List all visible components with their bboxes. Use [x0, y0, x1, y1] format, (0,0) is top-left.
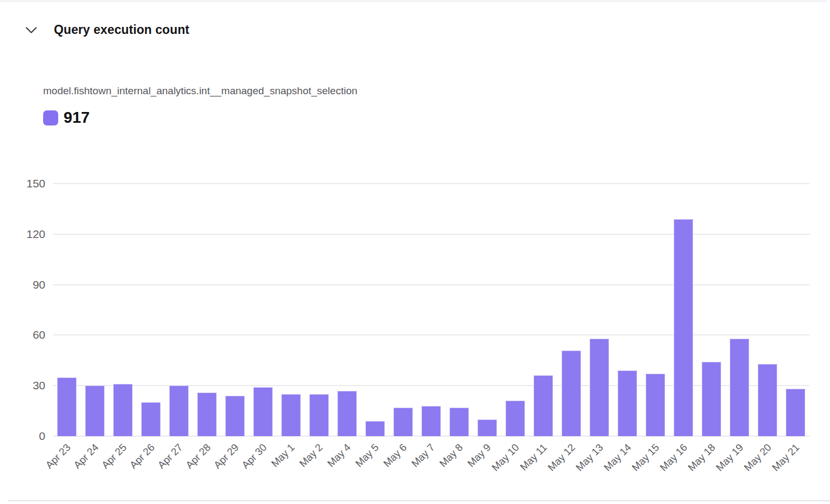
bar-apr-26[interactable] — [141, 402, 161, 436]
bar-may-7[interactable] — [421, 406, 441, 436]
bar-apr-27[interactable] — [169, 386, 189, 436]
bar-apr-24[interactable] — [85, 386, 105, 436]
x-axis-tick-label: Apr 24 — [71, 442, 101, 471]
bar-apr-30[interactable] — [253, 387, 273, 436]
bar-slot — [165, 184, 193, 436]
bar-may-9[interactable] — [478, 419, 497, 436]
x-axis-tick-label: May 10 — [489, 442, 522, 474]
x-axis-tick-label: May 2 — [297, 442, 325, 470]
x-axis-tick-label: May 12 — [545, 442, 578, 474]
bar-slot — [53, 184, 81, 436]
bar-may-13[interactable] — [590, 339, 609, 436]
x-axis-tick-label: Apr 27 — [155, 442, 185, 471]
bar-slot — [529, 184, 557, 436]
x-axis-tick-label: May 13 — [573, 442, 606, 474]
x-axis-tick-label: May 21 — [770, 442, 802, 474]
x-axis-tick-label: May 1 — [269, 442, 297, 470]
x-axis-tick-label: May 18 — [686, 442, 718, 474]
bar-slot — [417, 184, 445, 436]
bar-slot — [669, 184, 697, 436]
x-axis-tick-label: May 6 — [381, 442, 409, 470]
bar-may-18[interactable] — [702, 362, 721, 436]
x-axis-tick-label: May 15 — [630, 442, 662, 474]
y-axis-tick-label: 90 — [33, 278, 45, 291]
bar-slot — [697, 184, 725, 436]
x-axis-tick-label: Apr 29 — [211, 442, 241, 471]
bar-may-11[interactable] — [534, 375, 553, 436]
bar-slot — [361, 184, 389, 436]
bars-layer — [53, 184, 810, 436]
x-axis-tick-label: May 20 — [742, 442, 774, 474]
y-axis-tick-label: 0 — [39, 430, 45, 443]
x-axis-tick-label: Apr 23 — [43, 442, 73, 471]
bar-may-16[interactable] — [674, 219, 693, 436]
series-label: model.fishtown_internal_analytics.int__m… — [43, 85, 357, 97]
bar-slot — [725, 184, 753, 436]
bar-slot — [305, 184, 333, 436]
bar-slot — [137, 184, 165, 436]
bar-may-4[interactable] — [337, 391, 357, 436]
bar-slot — [221, 184, 249, 436]
bar-apr-28[interactable] — [197, 393, 217, 436]
x-axis-tick-label: Apr 26 — [127, 442, 157, 471]
x-axis-tick-label: May 16 — [658, 442, 690, 474]
bar-slot — [193, 184, 221, 436]
plot-area: 0306090120150 Apr 23Apr 24Apr 25Apr 26Ap… — [53, 184, 810, 436]
x-axis-tick-label: May 19 — [714, 442, 746, 474]
bar-may-5[interactable] — [365, 421, 385, 436]
bar-slot — [249, 184, 277, 436]
x-axis-tick-label: May 8 — [437, 442, 465, 470]
bar-may-12[interactable] — [562, 351, 581, 436]
legend-total-value: 917 — [64, 109, 89, 127]
bar-slot — [81, 184, 109, 436]
bar-slot — [389, 184, 417, 436]
x-axis-tick-label: May 4 — [325, 442, 353, 470]
bar-slot — [781, 184, 810, 436]
bar-slot — [333, 184, 361, 436]
chart-header: Query execution count — [25, 23, 189, 37]
legend: 917 — [43, 109, 89, 127]
bar-may-19[interactable] — [730, 339, 749, 436]
bar-apr-23[interactable] — [57, 377, 77, 436]
bar-may-6[interactable] — [393, 408, 413, 436]
x-axis-tick-label: Apr 25 — [99, 442, 129, 471]
bar-apr-25[interactable] — [113, 384, 133, 436]
bar-slot — [277, 184, 305, 436]
bar-may-8[interactable] — [449, 408, 469, 436]
y-axis-tick-label: 30 — [33, 379, 45, 392]
top-divider — [0, 1, 827, 2]
collapse-section-button[interactable] — [25, 24, 38, 37]
query-execution-count-panel: Query execution count model.fishtown_int… — [0, 0, 830, 504]
x-axis-tick-label: May 7 — [409, 442, 437, 470]
x-axis-tick-label: May 11 — [518, 442, 550, 473]
bar-may-1[interactable] — [281, 394, 301, 436]
bar-slot — [473, 184, 501, 436]
bar-may-2[interactable] — [309, 394, 329, 436]
bar-slot — [109, 184, 137, 436]
bar-may-15[interactable] — [646, 374, 665, 436]
y-axis-tick-label: 60 — [33, 328, 45, 341]
bar-apr-29[interactable] — [225, 396, 245, 436]
bar-slot — [613, 184, 641, 436]
bar-slot — [501, 184, 529, 436]
x-axis: Apr 23Apr 24Apr 25Apr 26Apr 27Apr 28Apr … — [53, 436, 810, 495]
bar-may-21[interactable] — [786, 389, 805, 436]
bar-may-10[interactable] — [506, 401, 525, 436]
x-axis-tick-label: Apr 30 — [239, 442, 269, 471]
bar-slot — [641, 184, 669, 436]
x-axis-tick-label: May 14 — [601, 442, 634, 474]
bar-slot — [557, 184, 585, 436]
x-axis-tick-label: May 5 — [353, 442, 381, 470]
chart-title: Query execution count — [54, 23, 189, 37]
bar-may-20[interactable] — [758, 364, 777, 436]
bar-may-14[interactable] — [618, 370, 637, 436]
chevron-down-icon — [25, 26, 37, 34]
bar-slot — [753, 184, 781, 436]
bottom-divider — [8, 500, 830, 501]
y-axis-tick-label: 120 — [26, 228, 45, 241]
bar-slot — [445, 184, 473, 436]
x-axis-tick-label: Apr 28 — [183, 442, 213, 471]
legend-swatch — [43, 110, 58, 125]
bar-slot — [585, 184, 613, 436]
y-axis-tick-label: 150 — [26, 177, 45, 190]
